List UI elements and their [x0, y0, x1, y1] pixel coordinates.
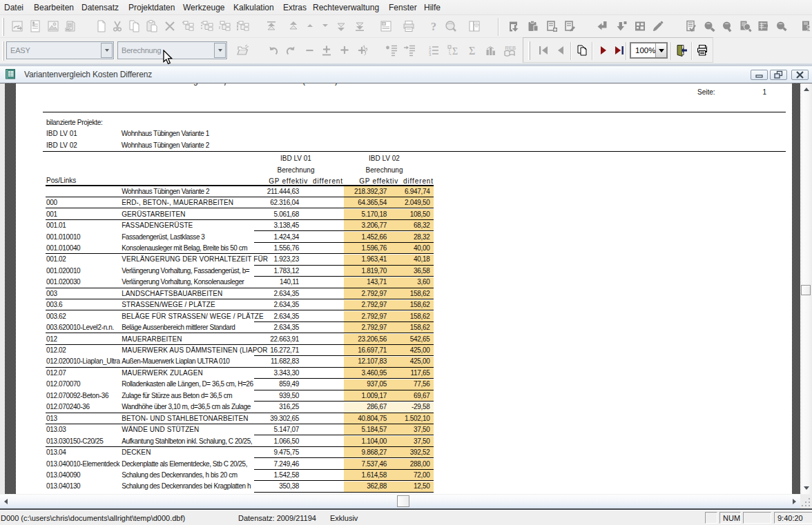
import-down-icon — [508, 19, 521, 33]
doc-check-button[interactable] — [684, 19, 699, 34]
close-button[interactable] — [791, 70, 809, 80]
report-person-button[interactable] — [28, 19, 43, 34]
menu-datei[interactable]: Datei — [4, 3, 23, 12]
zoom-search-3-button[interactable] — [773, 19, 789, 34]
zoom-search-button[interactable] — [702, 19, 717, 34]
window-layout-button[interactable] — [378, 19, 394, 34]
menu-bearbeiten[interactable]: Bearbeiten — [34, 3, 74, 12]
plus-3d-button[interactable] — [354, 43, 369, 58]
row-gp-variant1: 5.061,68 — [230, 210, 299, 218]
layout-combobox-dropdown-button[interactable] — [101, 43, 113, 58]
help-question-button[interactable]: ? — [426, 19, 441, 34]
nav-first-button[interactable] — [536, 43, 551, 58]
record-edit-button[interactable] — [562, 19, 577, 34]
row-different: 3,60 — [361, 278, 430, 286]
redo-arrow-button[interactable] — [283, 43, 298, 58]
scroll-right-button[interactable] — [789, 495, 800, 508]
vertical-scrollbar[interactable] — [800, 83, 812, 494]
nav-last-button[interactable] — [612, 43, 627, 58]
no-edit-button[interactable] — [650, 19, 666, 34]
row-different: 36,58 — [361, 267, 430, 275]
reb-book-button[interactable]: REB — [502, 43, 517, 58]
zoom-globe-button[interactable] — [443, 19, 458, 34]
print-preview-button[interactable] — [401, 19, 416, 34]
menu-werkzeuge[interactable]: Werkzeuge — [183, 3, 224, 12]
record-add-button[interactable] — [544, 19, 559, 34]
tree-structure-4-button[interactable] — [235, 19, 251, 34]
import-down-button[interactable] — [507, 19, 522, 34]
tree-structure-2-button[interactable] — [200, 19, 215, 34]
minimize-button[interactable] — [751, 70, 768, 80]
restore-button[interactable] — [770, 70, 787, 80]
plus-base-button[interactable] — [319, 43, 334, 58]
scroll-left-button[interactable] — [0, 495, 12, 508]
plus-button[interactable] — [337, 43, 352, 58]
move-up-double-button[interactable] — [286, 19, 301, 34]
grid-windows-button[interactable] — [632, 19, 648, 34]
column-subtitle: Berechnung — [343, 166, 426, 174]
vertical-scroll-thumb[interactable] — [801, 285, 811, 295]
paste-clipboard-button[interactable] — [144, 19, 160, 34]
view-combobox-dropdown-button[interactable] — [214, 43, 226, 58]
menu-hilfe[interactable]: Hilfe — [424, 3, 441, 12]
return-branch-filled-button[interactable] — [615, 19, 630, 34]
sum-positions-button[interactable]: Σ — [445, 43, 461, 58]
status-panel-time: 9:40:20 — [774, 512, 812, 524]
menu-extras[interactable]: Extras — [283, 3, 307, 12]
move-up-button[interactable] — [302, 19, 318, 34]
picture-button[interactable] — [46, 19, 61, 34]
indent-sub-button[interactable] — [402, 43, 417, 58]
move-first-button[interactable] — [264, 19, 279, 34]
menu-fenster[interactable]: Fenster — [389, 3, 417, 12]
folder-open-button[interactable] — [235, 43, 250, 58]
move-last-button[interactable] — [352, 19, 367, 34]
toolbar-gripper[interactable] — [528, 41, 530, 60]
row-pos: 001 — [46, 210, 57, 218]
zoom-combobox[interactable]: 100% — [630, 42, 668, 59]
layout-combobox[interactable]: EASY — [6, 41, 114, 59]
split-view-button[interactable] — [467, 19, 482, 34]
printer-button[interactable] — [695, 43, 710, 58]
doc-zoom-button[interactable] — [737, 19, 753, 34]
pos-links-header: Pos/Links — [46, 177, 76, 184]
tree-structure-3-button[interactable] — [218, 19, 233, 34]
move-down-double-button[interactable] — [334, 19, 349, 34]
minus-button[interactable] — [302, 43, 318, 58]
image-export-button[interactable] — [10, 19, 25, 34]
menu-projektdaten[interactable]: Projektdaten — [128, 3, 175, 12]
horizontal-scroll-thumb[interactable] — [397, 495, 409, 507]
archive-box-button[interactable] — [63, 19, 78, 34]
doc-table-button[interactable] — [755, 19, 771, 34]
menu-rechteverwaltung[interactable]: Rechteverwaltung — [313, 3, 379, 12]
toolbar-gripper[interactable] — [2, 18, 4, 36]
nav-prev-button[interactable] — [553, 43, 568, 58]
sigma-button[interactable]: Σ — [465, 43, 480, 58]
indent-first-button[interactable] — [384, 43, 399, 58]
toolbar-gripper[interactable] — [2, 41, 4, 61]
nav-next-button[interactable] — [596, 43, 611, 58]
return-branch-button[interactable] — [595, 19, 610, 34]
menu-datensatz[interactable]: Datensatz — [81, 3, 119, 12]
zoom-search-2-button[interactable] — [719, 19, 735, 34]
scroll-down-button[interactable] — [800, 482, 812, 494]
horizontal-scrollbar[interactable] — [0, 495, 800, 508]
scissors-cut-button[interactable] — [110, 19, 125, 34]
new-document-button[interactable] — [94, 19, 109, 34]
menu-kalkulation[interactable]: Kalkulation — [233, 3, 274, 12]
numbered-list-button[interactable]: 123 — [426, 43, 441, 58]
pages-copy-button[interactable] — [574, 43, 590, 58]
clipboard-import-button[interactable] — [525, 19, 541, 34]
zoom-search-2-icon — [720, 19, 734, 33]
row-different: 69,67 — [361, 392, 430, 399]
copy-documents-button[interactable] — [127, 19, 142, 34]
delete-x-button[interactable] — [162, 19, 177, 34]
tree-structure-1-button[interactable] — [181, 19, 196, 34]
chart-bars-button[interactable] — [483, 43, 499, 58]
scroll-up-button[interactable] — [800, 83, 812, 95]
exit-door-button[interactable] — [673, 43, 688, 58]
move-down-button[interactable] — [318, 19, 333, 34]
zoom-dropdown-button[interactable] — [655, 43, 666, 57]
undo-arrow-button[interactable] — [266, 43, 281, 58]
svg-text:REB: REB — [505, 45, 516, 51]
doc-person-button[interactable] — [799, 19, 812, 34]
